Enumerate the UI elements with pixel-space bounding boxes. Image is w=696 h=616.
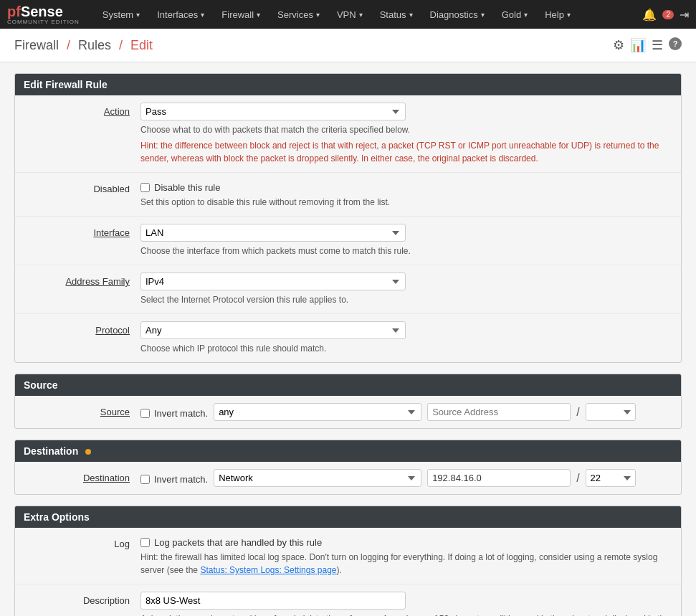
breadcrumb-bar: Firewall / Rules / Edit ⚙ 📊 ☰ ? (0, 29, 696, 62)
source-invert-label: Invert match. (154, 408, 208, 419)
description-label: Description (26, 592, 140, 606)
destination-cidr-select[interactable]: 22 8 16 24 32 (586, 469, 636, 487)
breadcrumb-edit: Edit (130, 38, 153, 53)
action-hint1: Choose what to do with packets that matc… (140, 123, 670, 136)
breadcrumb-sep-2: / (115, 38, 126, 53)
source-cidr-select[interactable] (586, 403, 636, 421)
disabled-row: Disabled Disable this rule Set this opti… (15, 173, 681, 217)
destination-address-input[interactable] (427, 469, 571, 487)
log-check-row: Log packets that are handled by this rul… (140, 535, 670, 548)
destination-invert-row: Invert match. (140, 472, 208, 485)
description-input[interactable] (140, 592, 406, 610)
log-checkbox-label: Log packets that are handled by this rul… (154, 537, 322, 548)
nav-item-firewall[interactable]: Firewall▾ (213, 0, 269, 29)
protocol-hint: Choose which IP protocol this rule shoul… (140, 342, 670, 355)
address-family-select[interactable]: IPv4 IPv6 IPv4+IPv6 (140, 273, 406, 290)
breadcrumb-rules[interactable]: Rules (78, 38, 111, 53)
action-select[interactable]: Pass Block Reject (140, 103, 406, 120)
log-row: Log Log packets that are handled by this… (15, 528, 681, 584)
source-invert-checkbox[interactable] (140, 409, 150, 418)
breadcrumb-firewall[interactable]: Firewall (14, 38, 59, 53)
logo-pf: pfSense (7, 4, 80, 19)
disabled-content: Disable this rule Set this option to dis… (140, 180, 670, 209)
log-checkbox[interactable] (140, 538, 150, 547)
alert-badge: 2 (662, 10, 674, 19)
source-inline-fields: Invert match. any Single host or alias N… (140, 403, 670, 421)
action-label: Action (26, 103, 140, 117)
extra-options-section: Extra Options Log Log packets that are h… (14, 506, 682, 616)
interface-label: Interface (26, 224, 140, 238)
breadcrumb-tools: ⚙ 📊 ☰ ? (613, 37, 682, 53)
destination-invert-label: Invert match. (154, 474, 208, 485)
protocol-content: Any TCP UDP TCP/UDP ICMP Choose which IP… (140, 321, 670, 355)
log-label: Log (26, 535, 140, 549)
sliders-icon[interactable]: ⚙ (613, 37, 624, 53)
nav-item-gold[interactable]: Gold▾ (493, 0, 536, 29)
log-hint: Hint: the firewall has limited local log… (140, 551, 670, 577)
destination-type-select[interactable]: any Single host or alias Network LAN sub… (214, 469, 421, 487)
address-family-content: IPv4 IPv6 IPv4+IPv6 Select the Internet … (140, 273, 670, 306)
nav-item-system[interactable]: System▾ (94, 0, 148, 29)
nav-item-vpn[interactable]: VPN▾ (328, 0, 371, 29)
edit-firewall-rule-section: Edit Firewall Rule Action Pass Block Rej… (14, 73, 682, 363)
nav-item-services[interactable]: Services▾ (269, 0, 328, 29)
source-slash: / (576, 406, 579, 419)
breadcrumb: Firewall / Rules / Edit (14, 38, 153, 53)
destination-invert-checkbox[interactable] (140, 475, 150, 484)
source-section-header: Source (15, 374, 681, 396)
nav-item-help[interactable]: Help▾ (536, 0, 579, 29)
destination-section: Destination Destination Invert match. an… (14, 440, 682, 495)
nav-items: System▾ Interfaces▾ Firewall▾ Services▾ … (94, 0, 643, 29)
log-content: Log packets that are handled by this rul… (140, 535, 670, 577)
breadcrumb-sep-1: / (63, 38, 74, 53)
source-row: Source Invert match. any Single host or … (15, 396, 681, 428)
description-row: Description A description may be entered… (15, 584, 681, 616)
protocol-select[interactable]: Any TCP UDP TCP/UDP ICMP (140, 321, 406, 339)
disabled-checkbox[interactable] (140, 183, 150, 192)
destination-label: Destination (26, 469, 140, 483)
destination-content: Invert match. any Single host or alias N… (140, 469, 670, 487)
interface-row: Interface LAN WAN LOOPBACK Choose the in… (15, 217, 681, 265)
address-family-hint: Select the Internet Protocol version thi… (140, 293, 670, 306)
protocol-label: Protocol (26, 321, 140, 336)
source-address-input[interactable] (427, 403, 571, 421)
navbar: pfSense COMMUNITY EDITION System▾ Interf… (0, 0, 696, 29)
help-icon[interactable]: ? (669, 37, 682, 50)
description-content: A description may be entered here for ad… (140, 592, 670, 616)
destination-row: Destination Invert match. any Single hos… (15, 462, 681, 494)
section-header-edit: Edit Firewall Rule (15, 74, 681, 95)
destination-section-header: Destination (15, 440, 681, 462)
address-family-row: Address Family IPv4 IPv6 IPv4+IPv6 Selec… (15, 265, 681, 314)
nav-item-diagnostics[interactable]: Diagnostics▾ (421, 0, 493, 29)
alert-bell-icon[interactable]: 🔔 (642, 8, 657, 22)
nav-item-status[interactable]: Status▾ (371, 0, 421, 29)
disabled-check-row: Disable this rule (140, 180, 670, 193)
log-hint-link[interactable]: Status: System Logs: Settings page (200, 565, 336, 575)
source-section: Source Source Invert match. any Single h… (14, 374, 682, 429)
brand-edition: COMMUNITY EDITION (7, 19, 80, 25)
disabled-checkbox-label: Disable this rule (154, 182, 221, 193)
list-icon[interactable]: ☰ (652, 37, 663, 53)
protocol-row: Protocol Any TCP UDP TCP/UDP ICMP Choose… (15, 314, 681, 362)
description-hint: A description may be entered here for ad… (140, 612, 670, 616)
address-family-label: Address Family (26, 273, 140, 287)
destination-inline-fields: Invert match. any Single host or alias N… (140, 469, 670, 487)
source-content: Invert match. any Single host or alias N… (140, 403, 670, 421)
extra-options-header: Extra Options (15, 506, 681, 528)
source-type-select[interactable]: any Single host or alias Network LAN sub… (214, 403, 421, 421)
nav-item-interfaces[interactable]: Interfaces▾ (148, 0, 213, 29)
brand: pfSense COMMUNITY EDITION (7, 4, 80, 25)
action-content: Pass Block Reject Choose what to do with… (140, 103, 670, 165)
disabled-hint: Set this option to disable this rule wit… (140, 196, 670, 209)
disabled-label: Disabled (26, 180, 140, 194)
nav-right: 🔔2 ⇥ (642, 8, 689, 22)
interface-hint: Choose the interface from which packets … (140, 245, 670, 257)
destination-slash: / (576, 472, 579, 485)
source-invert-row: Invert match. (140, 406, 208, 419)
interface-content: LAN WAN LOOPBACK Choose the interface fr… (140, 224, 670, 257)
action-hint2: Hint: the difference between block and r… (140, 139, 670, 165)
action-row: Action Pass Block Reject Choose what to … (15, 95, 681, 173)
export-icon[interactable]: ⇥ (680, 8, 689, 22)
chart-icon[interactable]: 📊 (630, 37, 646, 53)
interface-select[interactable]: LAN WAN LOOPBACK (140, 224, 406, 242)
